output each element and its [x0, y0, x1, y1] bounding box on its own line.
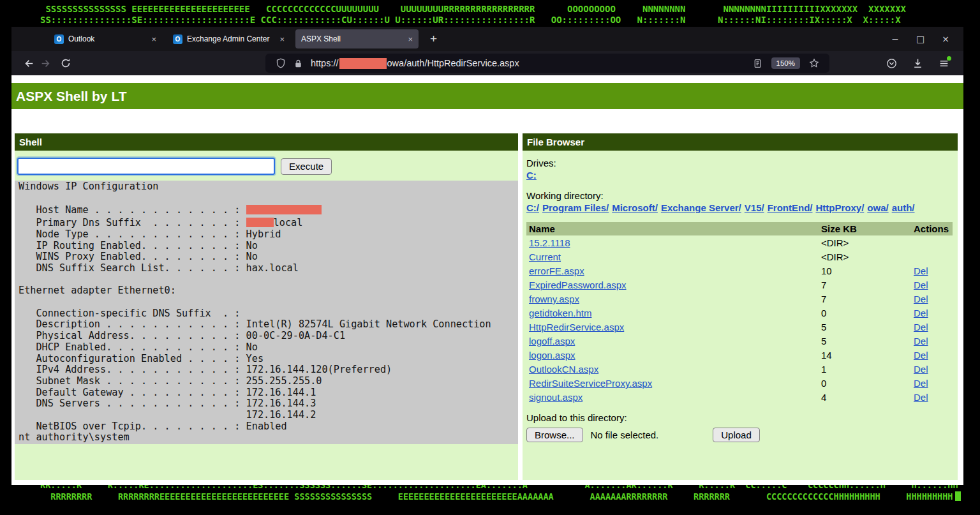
navigation-bar: https://owa/auth/HttpRedirService.aspx 1…: [11, 51, 963, 75]
minimize-button[interactable]: −: [891, 34, 899, 44]
zoom-level-badge[interactable]: 150%: [771, 57, 800, 69]
column-header-size: Size KB: [819, 222, 911, 235]
outlook-icon: O: [54, 34, 64, 44]
file-size: 14: [819, 348, 911, 362]
bookmark-star-icon[interactable]: [809, 58, 819, 68]
reload-button[interactable]: [57, 58, 74, 68]
working-directory-label: Working directory:: [526, 190, 953, 201]
breadcrumb-link[interactable]: HttpProxy/: [815, 202, 864, 213]
browser-window: O Outlook × O Exchange Admin Center × AS…: [11, 27, 963, 485]
tab-close-icon[interactable]: ×: [276, 34, 285, 44]
table-row: OutlookCN.aspx1Del: [526, 362, 953, 376]
delete-file-link[interactable]: Del: [914, 294, 928, 304]
file-name-link[interactable]: HttpRedirService.aspx: [529, 322, 624, 332]
reader-mode-icon[interactable]: [753, 59, 762, 68]
file-name-link[interactable]: OutlookCN.aspx: [529, 364, 598, 375]
panels-row: Shell Execute Windows IP Configuration H…: [15, 133, 957, 480]
table-row: Current<DIR>: [526, 250, 953, 264]
delete-file-link[interactable]: Del: [914, 336, 928, 347]
browse-button[interactable]: Browse...: [526, 428, 583, 442]
file-name-link[interactable]: signout.aspx: [529, 392, 583, 403]
outlook-icon: O: [173, 34, 182, 44]
breadcrumb-link[interactable]: Exchange Server/: [661, 202, 741, 213]
table-row: getidtoken.htm0Del: [526, 306, 953, 320]
redacted-host: [339, 58, 387, 69]
breadcrumb-link[interactable]: Program Files/: [542, 202, 609, 213]
menu-hamburger-icon[interactable]: [939, 58, 949, 69]
table-row: ExpiredPassword.aspx7Del: [526, 278, 953, 292]
execute-button[interactable]: Execute: [281, 158, 332, 175]
file-name-link[interactable]: 15.2.1118: [529, 237, 570, 248]
table-row: logoff.aspx5Del: [526, 334, 953, 348]
breadcrumb-link[interactable]: owa/: [867, 202, 888, 213]
breadcrumb-link[interactable]: Microsoft/: [612, 202, 658, 213]
file-browser-panel: File Browser Drives: C: Working director…: [523, 133, 958, 480]
maximize-button[interactable]: □: [916, 34, 924, 44]
file-table-body: 15.2.1118<DIR>Current<DIR>errorFE.aspx10…: [526, 235, 953, 404]
column-header-name: Name: [526, 222, 819, 235]
menu-notification-dot: [947, 56, 951, 61]
breadcrumb-link[interactable]: FrontEnd/: [768, 202, 813, 213]
file-browser-header: File Browser: [523, 133, 958, 151]
tab-aspx-shell[interactable]: ASPX Shell ×: [295, 29, 419, 49]
downloads-icon[interactable]: [912, 58, 923, 69]
pocket-icon[interactable]: [886, 58, 897, 69]
command-input[interactable]: [17, 158, 275, 175]
toolbar-right-icons: [886, 58, 954, 69]
file-name-link[interactable]: getidtoken.htm: [529, 308, 591, 318]
url-bar[interactable]: https://owa/auth/HttpRedirService.aspx 1…: [265, 54, 829, 73]
no-file-selected-text: No file selected.: [591, 429, 659, 440]
command-row: Execute: [15, 151, 518, 181]
tab-exchange-admin-center[interactable]: O Exchange Admin Center ×: [167, 29, 290, 49]
file-size: 1: [819, 362, 911, 376]
new-tab-button[interactable]: +: [424, 32, 443, 46]
close-button[interactable]: ×: [942, 34, 949, 44]
file-name-link[interactable]: frowny.aspx: [529, 294, 579, 304]
redacted-text: [246, 218, 274, 227]
delete-file-link[interactable]: Del: [914, 364, 928, 375]
file-size: <DIR>: [819, 235, 911, 250]
tracking-protection-shield-icon[interactable]: [276, 58, 286, 68]
file-name-link[interactable]: Current: [529, 251, 561, 262]
tab-close-icon[interactable]: ×: [404, 34, 413, 44]
tab-outlook[interactable]: O Outlook ×: [48, 29, 162, 49]
file-name-link[interactable]: RedirSuiteServiceProxy.aspx: [529, 378, 652, 389]
table-row: errorFE.aspx10Del: [526, 264, 953, 278]
table-row: RedirSuiteServiceProxy.aspx0Del: [526, 376, 953, 390]
url-prefix: https://: [311, 58, 339, 68]
table-row: logon.aspx14Del: [526, 348, 953, 362]
screen: SSSSSSSSSSSSSSS EEEEEEEEEEEEEEEEEEEEEE C…: [0, 0, 980, 515]
window-controls: − □ ×: [891, 34, 963, 44]
delete-file-link[interactable]: Del: [914, 378, 928, 389]
file-size: 10: [819, 264, 911, 278]
url-path: owa/auth/HttpRedirService.aspx: [387, 58, 519, 68]
shell-panel-header: Shell: [15, 133, 518, 151]
breadcrumb-link[interactable]: V15/: [745, 202, 764, 213]
redacted-text: [246, 205, 322, 214]
breadcrumb-link[interactable]: C:/: [526, 202, 539, 213]
ascii-banner-top: SSSSSSSSSSSSSSS EEEEEEEEEEEEEEEEEEEEEE C…: [40, 4, 906, 26]
file-name-link[interactable]: logoff.aspx: [529, 336, 575, 347]
lock-icon[interactable]: [293, 59, 303, 68]
file-name-link[interactable]: ExpiredPassword.aspx: [529, 280, 627, 290]
file-size: <DIR>: [819, 250, 911, 264]
file-size: 5: [819, 320, 911, 334]
column-header-actions: Actions: [911, 222, 953, 235]
tab-title: Outlook: [68, 34, 147, 43]
delete-file-link[interactable]: Del: [914, 308, 928, 318]
delete-file-link[interactable]: Del: [914, 265, 928, 276]
file-name-link[interactable]: logon.aspx: [529, 350, 575, 361]
drive-link-c[interactable]: C:: [526, 170, 537, 181]
delete-file-link[interactable]: Del: [914, 350, 928, 361]
forward-button[interactable]: [37, 58, 54, 69]
upload-row: Browse... No file selected. Upload: [526, 428, 953, 442]
file-size: 4: [819, 390, 911, 404]
breadcrumb-link[interactable]: auth/: [892, 202, 915, 213]
delete-file-link[interactable]: Del: [914, 322, 928, 332]
upload-button[interactable]: Upload: [713, 428, 760, 442]
delete-file-link[interactable]: Del: [914, 280, 928, 290]
delete-file-link[interactable]: Del: [914, 392, 928, 403]
tab-close-icon[interactable]: ×: [147, 34, 156, 44]
back-button[interactable]: [20, 58, 37, 69]
file-name-link[interactable]: errorFE.aspx: [529, 265, 584, 276]
